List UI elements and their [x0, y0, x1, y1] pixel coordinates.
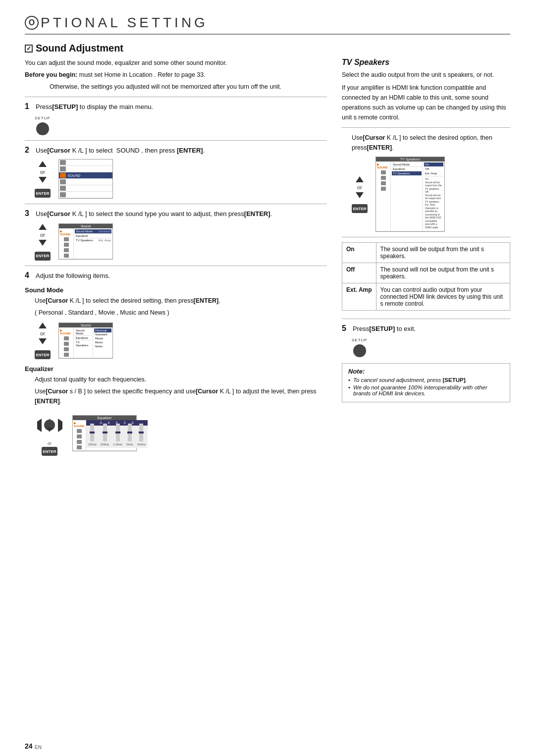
before-note-text: must set Home in Location . Refer to pag…	[79, 71, 206, 78]
step4-text: Adjust the following items.	[36, 271, 110, 281]
option-label-off: Off	[342, 263, 376, 283]
sm-or: or	[40, 330, 45, 336]
sm-menu-header: Sound	[59, 323, 112, 327]
note-title: Note:	[348, 368, 504, 375]
sm-remote: or ENTER	[35, 322, 51, 359]
step3-num: 3	[25, 209, 34, 218]
note-item-1: To cancel sound adjustment, press [SETUP…	[348, 377, 504, 383]
step3-cursor-up	[37, 223, 48, 231]
tv-speakers-use-cursor: Use[Cursor K /L ] to select the desired …	[352, 133, 510, 153]
eq-menu-sim: Equalizer ▶ SOUND 0	[72, 415, 137, 451]
step3-text: Use[Cursor K /L ] to select the sound ty…	[36, 209, 272, 219]
s3-icon-2	[64, 243, 69, 247]
sim-icon-4	[60, 186, 66, 191]
s3-icon-3	[64, 248, 69, 252]
tv-speakers-illustration: or ENTER TV Speakers ▶ SOUND	[352, 157, 510, 232]
option-row-on: On The sound will be output from the uni…	[342, 243, 510, 263]
sm-icon-2	[64, 342, 69, 346]
eq-icon-2	[77, 434, 82, 438]
header-circle: O	[25, 16, 39, 30]
tv-speakers-hdmi: If your amplifier is HDMI link function …	[342, 83, 510, 122]
eq-right-arrow	[58, 422, 62, 429]
eq-enter: ENTER	[42, 447, 57, 456]
page-header: O PTIONAL SETTING	[25, 15, 510, 35]
step4-block: 4 Adjust the following items.	[25, 271, 327, 281]
page-lang: EN	[35, 745, 42, 750]
sound-mode-text: Use[Cursor K /L ] to select the desired …	[35, 296, 327, 306]
eq-bar-2: 500Hz	[101, 424, 109, 446]
step3-menu-header: Sound	[59, 224, 112, 228]
tv-menu-sim: TV Speakers ▶ SOUND Sound Mode	[375, 157, 445, 232]
s3-icon-4	[64, 254, 69, 258]
step1-block: 1 Press[SETUP] to display the main menu.…	[25, 102, 327, 135]
sim-icon-sound	[60, 173, 66, 178]
option-desc-off: The sound will not be output from the un…	[376, 263, 510, 283]
tv-speakers-step: Use[Cursor K /L ] to select the desired …	[342, 133, 510, 232]
eq-cross	[35, 410, 64, 440]
step2-menu-sim: SOUND	[58, 159, 113, 199]
sm-icon-4	[64, 353, 69, 357]
equalizer-title: Equalizer	[25, 365, 327, 373]
step3: 3 Use[Cursor K /L ] to select the sound …	[25, 209, 327, 219]
eq-bar-1: 120Hz	[88, 424, 97, 446]
intro-text: You can adjust the sound mode, equalizer…	[25, 58, 327, 68]
section-title-text: Sound Adjustment	[36, 43, 123, 54]
note-list: To cancel sound adjustment, press [SETUP…	[348, 377, 504, 396]
step2-block: 2 Use[Cursor K /L ] to select SOUND , th…	[25, 146, 327, 199]
tv-or: or	[357, 184, 362, 190]
sim-text-sound: SOUND	[68, 174, 111, 177]
enter-btn: ENTER	[35, 189, 51, 198]
header-title: PTIONAL SETTING	[41, 15, 208, 31]
step2-num: 2	[25, 146, 34, 155]
step1-num: 1	[25, 102, 34, 111]
sm-cursor-up	[37, 322, 48, 329]
tv-menu-header: TV Speakers	[376, 157, 444, 162]
step2-remote: or ENTER	[35, 160, 51, 198]
sound-mode-options: ( Personal , Standard , Movie , Music an…	[35, 308, 327, 318]
sim-icon-5	[60, 192, 66, 197]
step3-or: or	[40, 232, 45, 238]
before-text: Before you begin: must set Home in Locat…	[25, 70, 327, 80]
step3-menu-sim: Sound ▶ SOUND Sound Mod	[58, 223, 113, 260]
section-title: ✓ Sound Adjustment	[25, 43, 510, 54]
eq-icon-4	[77, 445, 82, 449]
step3-block: 3 Use[Cursor K /L ] to select the sound …	[25, 209, 327, 261]
step1-text: Press[SETUP] to display the main menu.	[36, 102, 153, 112]
setup-label: SETUP	[35, 116, 51, 120]
cursor-up-btn	[37, 160, 48, 168]
tv-remote: or ENTER	[352, 175, 368, 213]
sm-icon-1	[64, 336, 69, 340]
tv-icon-4	[381, 187, 386, 191]
s3-icon-1	[64, 237, 69, 241]
eq-text2: Use[Cursor s / B ] to select the specifi…	[35, 386, 327, 406]
equalizer-block: Equalizer Adjust tonal quality for each …	[25, 365, 327, 456]
note-item-2: We do not guarantee 100% interoperabilit…	[348, 384, 504, 396]
eq-bar-3: 1.5kHz	[113, 424, 122, 446]
step5-block: 5 Press[SETUP] to exit. SETUP	[342, 324, 510, 357]
option-desc-on: The sound will be output from the unit s…	[376, 243, 510, 263]
setup-button	[36, 122, 49, 135]
option-desc-extamp: You can control audio output from your c…	[376, 283, 510, 311]
option-label-on: On	[342, 243, 376, 263]
step2-text: Use[Cursor K /L ] to select SOUND , then…	[36, 146, 205, 156]
sound-mode-menu-sim: Sound ▶ SOUND Sound Mod	[58, 323, 113, 359]
sim-icon-2	[60, 166, 66, 171]
step3-cursor-down	[37, 239, 48, 247]
eq-bar-4: 5kHz	[126, 424, 133, 446]
step5-setup-group: SETUP	[352, 338, 368, 357]
cursor-down-btn	[37, 176, 48, 184]
sound-mode-block: Sound Mode Use[Cursor K /L ] to select t…	[25, 286, 327, 359]
eq-menu-header: Equalizer	[73, 416, 136, 420]
eq-down-arrow	[47, 432, 53, 439]
left-column: You can adjust the sound mode, equalizer…	[25, 58, 327, 461]
eq-icon-3	[77, 440, 82, 444]
right-column: TV Speakers Select the audio output from…	[342, 58, 510, 461]
step3-remote: or ENTER	[35, 223, 51, 261]
step4-num: 4	[25, 271, 34, 280]
sm-enter: ENTER	[35, 350, 51, 359]
step5-illustration: SETUP	[352, 338, 510, 357]
step5-setup-btn	[353, 344, 366, 357]
eq-remote: or ENTER	[35, 410, 64, 456]
option-row-extamp: Ext. Amp You can control audio output fr…	[342, 283, 510, 311]
option-label-extamp: Ext. Amp	[342, 283, 376, 311]
